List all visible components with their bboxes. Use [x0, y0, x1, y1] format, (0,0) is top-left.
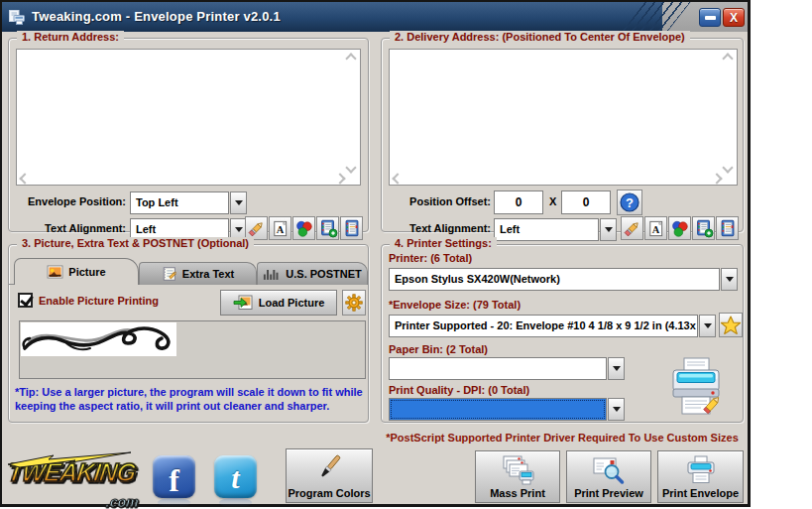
- favorite-size-button[interactable]: [719, 313, 743, 337]
- load-picture-button[interactable]: Load Picture: [220, 290, 337, 316]
- delivery-address-book-button[interactable]: [716, 216, 739, 240]
- envelope-size-label: *Envelope Size: (79 Total): [389, 299, 521, 311]
- delivery-font-button[interactable]: A: [644, 216, 667, 240]
- picture-group-legend: 3. Picture, Extra Text & POSTNET (Option…: [17, 237, 254, 249]
- envelope-position-select[interactable]: Top Left: [130, 191, 247, 214]
- delivery-colors-button[interactable]: [668, 216, 691, 240]
- envelope-size-select[interactable]: Printer Supported - 20: Envelope #10 4 1…: [389, 315, 716, 337]
- svg-text:A: A: [652, 223, 660, 234]
- chevron-down-icon[interactable]: [608, 398, 625, 421]
- text-alignment-label: Text Alignment:: [9, 222, 126, 234]
- chevron-down-icon[interactable]: [230, 191, 247, 214]
- print-preview-button[interactable]: Print Preview: [566, 450, 651, 503]
- help-icon: ?: [619, 191, 640, 213]
- chevron-down-icon[interactable]: [608, 357, 625, 380]
- twitter-icon[interactable]: t: [214, 455, 257, 498]
- postnet-tab-icon: [263, 268, 281, 281]
- delivery-address-group: 2. Delivery Address: (Positioned To Cent…: [381, 38, 744, 232]
- position-offset-label: Position Offset:: [382, 195, 491, 207]
- close-button[interactable]: X: [723, 8, 745, 27]
- chevron-down-icon[interactable]: [600, 218, 617, 241]
- mass-print-button[interactable]: Mass Print: [475, 450, 560, 503]
- return-address-textarea[interactable]: [16, 49, 361, 186]
- tab-us-postnet[interactable]: U.S. POSTNET: [257, 262, 368, 285]
- enable-picture-checkbox[interactable]: [18, 293, 33, 308]
- picture-preview-box: [19, 320, 366, 379]
- gear-icon: [344, 293, 364, 313]
- offset-help-button[interactable]: ?: [617, 190, 642, 215]
- load-picture-icon: [233, 295, 253, 311]
- tweaking-logo[interactable]: TWEAKING .com: [8, 458, 139, 504]
- delivery-clear-text-button[interactable]: [621, 216, 643, 240]
- star-icon: [720, 315, 742, 336]
- chevron-down-icon[interactable]: [699, 315, 716, 337]
- pencil-eraser-icon: [247, 219, 266, 238]
- font-a-icon: A: [646, 219, 665, 238]
- print-preview-icon: [592, 453, 626, 487]
- picture-options-button[interactable]: [342, 290, 366, 316]
- facebook-icon[interactable]: f: [153, 455, 195, 498]
- text-alignment-label: Text Alignment:: [382, 222, 491, 234]
- picture-group: 3. Picture, Extra Text & POSTNET (Option…: [8, 244, 369, 423]
- rgb-circles-icon: [294, 219, 313, 238]
- delivery-text-alignment-select[interactable]: Left: [494, 218, 617, 241]
- program-colors-button[interactable]: Program Colors: [286, 448, 373, 503]
- offset-separator: X: [549, 195, 556, 207]
- return-address-legend: 1. Return Address:: [17, 31, 124, 43]
- return-address-book-add-button[interactable]: [316, 216, 339, 240]
- offset-x-input[interactable]: [494, 191, 543, 214]
- svg-text:A: A: [277, 223, 285, 234]
- return-address-book-button[interactable]: [340, 216, 363, 240]
- printer-properties-button[interactable]: [667, 356, 725, 422]
- logo-suffix: .com: [105, 494, 140, 509]
- return-font-button[interactable]: A: [269, 216, 291, 240]
- close-icon: X: [730, 11, 738, 25]
- printer-pencil-icon: [667, 356, 725, 418]
- flourish-swirl-image: [21, 322, 176, 356]
- return-address-group: 1. Return Address: Envelope Position: To…: [8, 38, 369, 232]
- delivery-address-legend: 2. Delivery Address: (Positioned To Cent…: [390, 31, 690, 43]
- return-colors-button[interactable]: [292, 216, 315, 240]
- print-envelope-icon: [684, 453, 718, 487]
- chevron-down-icon[interactable]: [721, 268, 738, 291]
- printer-label: Printer: (6 Total): [389, 252, 472, 264]
- paper-bin-select[interactable]: [389, 357, 625, 380]
- app-window: Tweaking.com - Envelope Printer v2.0.1 X…: [0, 0, 751, 507]
- delivery-address-book-add-button[interactable]: [692, 216, 715, 240]
- postscript-note: *PostScript Supported Printer Driver Req…: [381, 432, 744, 444]
- font-a-icon: A: [271, 219, 290, 238]
- pencil-eraser-icon: [623, 219, 641, 238]
- window-title: Tweaking.com - Envelope Printer v2.0.1: [32, 9, 281, 24]
- print-quality-label: Print Quality - DPI: (0 Total): [389, 384, 529, 396]
- lightning-bolt-icon: [8, 451, 135, 467]
- printer-settings-legend: 4. Printer Settings:: [390, 237, 497, 249]
- envelope-position-label: Envelope Position:: [9, 195, 126, 207]
- rgb-circles-icon: [670, 219, 689, 238]
- picture-preview: [21, 322, 176, 356]
- app-icon: [8, 8, 26, 26]
- paper-bin-label: Paper Bin: (2 Total): [389, 343, 488, 355]
- picture-tab-icon: [47, 265, 63, 279]
- mass-print-icon: [500, 453, 535, 487]
- picture-tip-line1: *Tip: Use a larger picture, the program …: [15, 386, 363, 398]
- offset-y-input[interactable]: [561, 191, 611, 214]
- picture-tip-line2: keeping the aspect ratio, it will print …: [15, 400, 329, 412]
- tab-extra-text[interactable]: Extra Text: [139, 262, 257, 285]
- minimize-button[interactable]: [699, 8, 721, 27]
- extra-text-tab-icon: [162, 266, 177, 282]
- address-book-add-icon: [318, 218, 338, 238]
- delivery-address-textarea[interactable]: [389, 49, 738, 186]
- minimize-icon: [705, 16, 716, 20]
- titlebar: Tweaking.com - Envelope Printer v2.0.1 X: [2, 2, 748, 32]
- address-book-add-icon: [694, 218, 714, 238]
- enable-picture-label: Enable Picture Printing: [39, 295, 159, 307]
- paintbrush-icon: [314, 451, 344, 487]
- print-quality-select[interactable]: [389, 398, 625, 421]
- printer-select[interactable]: Epson Stylus SX420W(Network): [389, 268, 738, 291]
- address-book-icon: [342, 218, 362, 238]
- address-book-icon: [718, 218, 738, 238]
- printer-settings-group: 4. Printer Settings: Printer: (6 Total) …: [381, 244, 744, 423]
- print-envelope-button[interactable]: Print Envelope: [657, 450, 744, 503]
- tab-picture[interactable]: Picture: [14, 258, 139, 285]
- svg-text:?: ?: [626, 195, 634, 210]
